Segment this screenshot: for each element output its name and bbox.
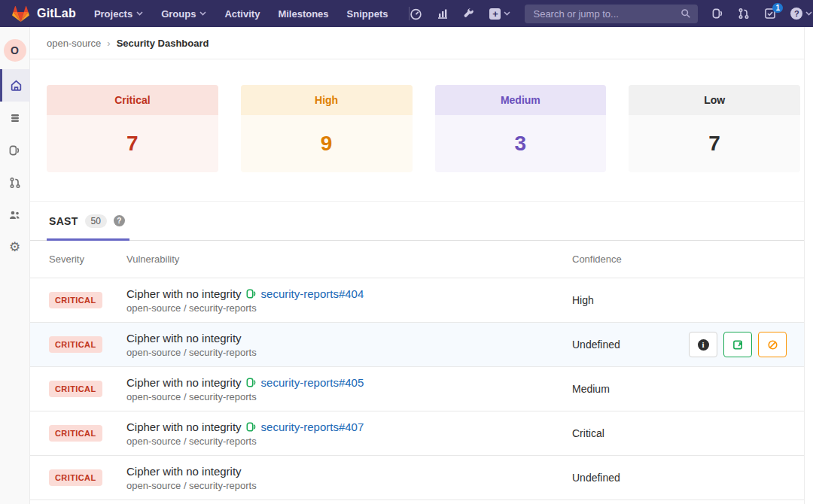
confidence-value: Critical [572, 427, 604, 439]
vulnerability-title-line: Cipher with no integrity [126, 465, 572, 478]
project-path: open-source / security-reports [126, 347, 572, 358]
breadcrumb-page-title: Security Dashboard [117, 38, 209, 49]
sidebar-item-members[interactable] [0, 199, 30, 231]
report-tabs: SAST 50 ? [30, 201, 804, 241]
chevron-down-icon [199, 11, 206, 16]
group-avatar[interactable]: O [4, 39, 26, 62]
dashboard-gauge-icon[interactable] [410, 8, 422, 20]
issue-link[interactable]: security-reports#407 [261, 421, 364, 433]
sidebar-item-settings[interactable]: ⚙ [0, 231, 30, 263]
vulnerability-row[interactable]: CRITICAL Cipher with no integrity securi… [30, 366, 804, 411]
issue-link-wrap: security-reports#404 [246, 287, 364, 300]
todos-icon[interactable]: 1 [764, 8, 776, 20]
vulnerability-title-line: Cipher with no integrity security-report… [126, 421, 572, 433]
nav-snippets[interactable]: Snippets [347, 8, 388, 20]
summary-card-critical: Critical 7 [47, 85, 218, 172]
summary-card-label: High [241, 85, 413, 115]
issue-link[interactable]: security-reports#405 [261, 376, 364, 389]
dismiss-vulnerability-button[interactable] [758, 332, 787, 357]
project-path: open-source / security-reports [126, 436, 572, 447]
nav-projects[interactable]: Projects [94, 8, 143, 20]
charts-icon[interactable] [437, 8, 449, 20]
sidebar-item-epics[interactable] [0, 102, 30, 134]
search-icon [681, 8, 691, 19]
vulnerability-cell: Cipher with no integrity security-report… [126, 421, 572, 447]
summary-card-count: 7 [47, 115, 218, 172]
tab-sast-label: SAST [49, 215, 78, 227]
issues-icon[interactable] [712, 8, 723, 20]
merge-requests-icon[interactable] [738, 8, 750, 20]
vulnerability-table-header: Severity Vulnerability Confidence [30, 241, 804, 278]
confidence-cell: Undefined i [572, 332, 804, 357]
merge-requests-icon [9, 177, 21, 189]
severity-cell: CRITICAL [49, 292, 126, 308]
issue-created-icon [246, 377, 257, 388]
project-path: open-source / security-reports [126, 391, 572, 402]
confidence-value: High [572, 294, 594, 306]
severity-badge: CRITICAL [49, 425, 102, 442]
tab-sast[interactable]: SAST 50 ? [49, 202, 125, 240]
issues-icon [9, 144, 20, 156]
summary-card-label: Low [629, 85, 800, 115]
gear-icon: ⚙ [9, 241, 20, 254]
project-path: open-source / security-reports [126, 302, 572, 314]
global-search[interactable] [525, 5, 698, 23]
severity-badge: CRITICAL [49, 292, 102, 308]
vulnerability-cell: Cipher with no integrity security-report… [126, 376, 572, 402]
column-header-vulnerability: Vulnerability [126, 254, 572, 265]
breadcrumb-separator: › [107, 38, 110, 49]
confidence-cell: Medium [572, 383, 804, 395]
severity-badge: CRITICAL [49, 381, 102, 397]
nav-milestones[interactable]: Milestones [278, 8, 328, 20]
vulnerability-title: Cipher with no integrity [126, 376, 242, 389]
vulnerability-title: Cipher with no integrity [126, 287, 242, 300]
scrollbar-track[interactable] [804, 27, 813, 504]
breadcrumb-group-link[interactable]: open-source [47, 38, 101, 49]
navbar-left: GitLab Projects Groups Activity Mileston… [12, 5, 410, 22]
column-header-severity: Severity [49, 254, 126, 265]
dismiss-ban-icon [767, 339, 778, 351]
new-menu-button[interactable]: + [489, 8, 510, 20]
sidebar-item-merge-requests[interactable] [0, 166, 30, 199]
nav-groups-label: Groups [161, 8, 196, 20]
plus-icon: + [489, 8, 501, 20]
chevron-down-icon [136, 11, 143, 16]
breadcrumb: open-source › Security Dashboard [30, 27, 804, 59]
summary-card-count: 7 [629, 115, 800, 172]
confidence-value: Undefined [572, 339, 620, 351]
summary-card-high: High 9 [241, 85, 413, 172]
vulnerability-info-button[interactable]: i [689, 332, 717, 357]
summary-card-low: Low 7 [629, 85, 800, 172]
vulnerability-title-line: Cipher with no integrity [126, 332, 572, 345]
issue-created-icon [246, 421, 257, 433]
sidebar-item-issues[interactable] [0, 134, 30, 166]
confidence-cell: Critical [572, 427, 804, 439]
chevron-down-icon [504, 11, 510, 16]
vulnerability-cell: Cipher with no integrity security-report… [126, 287, 572, 314]
issue-link[interactable]: security-reports#404 [261, 287, 364, 300]
severity-badge: CRITICAL [49, 336, 102, 353]
help-question-icon[interactable]: ? [114, 215, 125, 226]
create-issue-button[interactable] [723, 332, 752, 357]
gitlab-logo-icon[interactable] [12, 5, 29, 22]
admin-wrench-icon[interactable] [463, 8, 475, 20]
vulnerability-row[interactable]: CRITICAL Cipher with no integrity open-s… [30, 455, 804, 499]
severity-cell: CRITICAL [49, 381, 126, 397]
severity-cell: CRITICAL [49, 425, 126, 442]
severity-badge: CRITICAL [49, 469, 102, 486]
sidebar-item-overview[interactable] [0, 69, 30, 102]
summary-card-medium: Medium 3 [435, 85, 607, 172]
nav-groups[interactable]: Groups [161, 8, 206, 20]
severity-cell: CRITICAL [49, 336, 126, 353]
summary-card-count: 3 [435, 115, 607, 172]
nav-projects-label: Projects [94, 8, 132, 20]
vulnerability-row[interactable]: CRITICAL Cipher with no integrity securi… [30, 278, 804, 322]
vulnerability-row[interactable]: CRITICAL Cipher with no integrity open-s… [30, 322, 804, 366]
summary-card-label: Critical [47, 85, 218, 115]
chevron-down-icon [805, 11, 812, 16]
brand-title[interactable]: GitLab [37, 7, 76, 20]
vulnerability-row[interactable]: CRITICAL Cipher with no integrity securi… [30, 411, 804, 455]
help-menu-button[interactable]: ? [790, 8, 812, 20]
search-input[interactable] [531, 8, 676, 20]
nav-activity[interactable]: Activity [224, 8, 260, 20]
